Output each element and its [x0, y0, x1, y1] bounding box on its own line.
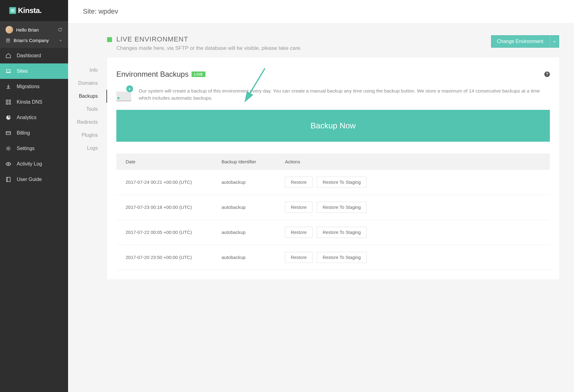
cell-id: autobackup: [222, 230, 285, 235]
laptop-icon: [6, 68, 11, 74]
table-row: 2017-07-22 00:05 +00:00 (UTC)autobackupR…: [116, 220, 550, 245]
live-badge: LIVE: [192, 71, 205, 77]
restore-to-staging-button[interactable]: Restore To Staging: [317, 227, 367, 238]
company-name: Brian's Company: [14, 38, 49, 43]
company-selector[interactable]: Brian's Company: [6, 38, 63, 43]
site-subnav: InfoDomainsBackupsToolsRedirectsPluginsL…: [68, 58, 107, 279]
panel-title: Environment Backups: [116, 70, 188, 79]
subnav-item-logs[interactable]: Logs: [68, 142, 107, 155]
help-icon[interactable]: ?: [544, 71, 550, 77]
cell-id: autobackup: [222, 179, 285, 185]
cell-date: 2017-07-20 23:50 +00:00 (UTC): [126, 255, 222, 260]
nav-label: Kinsta DNS: [17, 99, 42, 105]
environment-banner: LIVE ENVIRONMENT Changes made here, via …: [107, 35, 559, 51]
user-greeting: Hello Brian: [16, 27, 54, 32]
env-title: LIVE ENVIRONMENT: [116, 35, 302, 43]
env-subtitle: Changes made here, via SFTP or the datab…: [116, 45, 302, 51]
grid-icon: [6, 99, 11, 105]
backups-panel: Environment Backups LIVE ? Our system wi…: [107, 58, 559, 279]
table-row: 2017-07-23 00:18 +00:00 (UTC)autobackupR…: [116, 195, 550, 220]
svg-rect-9: [6, 100, 8, 101]
nav-item-migrations[interactable]: Migrations: [0, 79, 68, 94]
card-icon: [6, 130, 11, 136]
subnav-item-redirects[interactable]: Redirects: [68, 116, 107, 129]
col-header-id: Backup Identifier: [222, 159, 285, 164]
logo-icon: [9, 7, 16, 14]
building-icon: [6, 38, 11, 43]
nav-item-dashboard[interactable]: Dashboard: [0, 48, 68, 63]
subnav-item-tools[interactable]: Tools: [68, 103, 107, 116]
nav-label: Billing: [17, 130, 30, 136]
svg-rect-11: [6, 103, 8, 104]
subnav-item-backups[interactable]: Backups: [68, 90, 107, 103]
pie-icon: [6, 115, 11, 120]
svg-rect-0: [11, 9, 15, 10]
subnav-item-info[interactable]: Info: [68, 64, 107, 77]
nav-item-settings[interactable]: Settings: [0, 141, 68, 156]
cell-id: autobackup: [222, 205, 285, 210]
svg-rect-4: [7, 39, 8, 40]
cell-date: 2017-07-24 00:21 +00:00 (UTC): [126, 179, 222, 185]
subnav-item-domains[interactable]: Domains: [68, 77, 107, 90]
env-status-indicator: [107, 37, 112, 42]
eye-icon: [6, 161, 11, 167]
svg-rect-7: [8, 41, 9, 41]
logo[interactable]: Kinsta.: [0, 0, 68, 21]
nav-label: Analytics: [17, 115, 37, 120]
nav-item-activity-log[interactable]: Activity Log: [0, 156, 68, 172]
svg-rect-6: [7, 41, 8, 41]
col-header-date: Date: [126, 159, 222, 164]
nav-item-analytics[interactable]: Analytics: [0, 110, 68, 125]
svg-rect-13: [6, 131, 11, 135]
table-row: 2017-07-24 00:21 +00:00 (UTC)autobackupR…: [116, 170, 550, 195]
panel-description: Our system will create a backup of this …: [139, 87, 550, 102]
backup-now-button[interactable]: Backup Now: [116, 110, 550, 142]
download-icon: [6, 84, 11, 89]
backup-illustration: [116, 87, 131, 101]
restore-button[interactable]: Restore: [285, 252, 313, 263]
sidebar: Kinsta. Hello Brian Brian's Company Dash…: [0, 0, 68, 392]
logo-text: Kinsta.: [18, 6, 42, 15]
nav-label: Dashboard: [17, 53, 41, 58]
nav-label: Settings: [17, 146, 35, 151]
main-nav: DashboardSitesMigrationsKinsta DNSAnalyt…: [0, 48, 68, 187]
cell-date: 2017-07-23 00:18 +00:00 (UTC): [126, 205, 222, 210]
user-row[interactable]: Hello Brian: [6, 26, 63, 33]
nav-item-sites[interactable]: Sites: [0, 63, 68, 79]
change-environment-button[interactable]: Change Environment: [491, 35, 559, 48]
refresh-icon[interactable]: [58, 27, 63, 32]
backups-table: Date Backup Identifier Actions 2017-07-2…: [116, 153, 550, 270]
table-header: Date Backup Identifier Actions: [116, 153, 550, 170]
svg-rect-2: [11, 11, 15, 12]
nav-item-user-guide[interactable]: User Guide: [0, 172, 68, 187]
home-icon: [6, 53, 11, 58]
site-label: Site: wpdev: [83, 7, 118, 15]
restore-button[interactable]: Restore: [285, 177, 313, 188]
table-row: 2017-07-20 23:50 +00:00 (UTC)autobackupR…: [116, 245, 550, 270]
user-section: Hello Brian Brian's Company: [0, 21, 68, 48]
nav-label: Activity Log: [17, 161, 42, 167]
restore-button[interactable]: Restore: [285, 202, 313, 213]
col-header-actions: Actions: [285, 159, 541, 164]
nav-item-billing[interactable]: Billing: [0, 125, 68, 141]
download-icon: [126, 85, 133, 92]
restore-to-staging-button[interactable]: Restore To Staging: [317, 202, 367, 213]
svg-rect-5: [8, 39, 9, 40]
restore-button[interactable]: Restore: [285, 227, 313, 238]
subnav-item-plugins[interactable]: Plugins: [68, 129, 107, 142]
cell-date: 2017-07-22 00:05 +00:00 (UTC): [126, 230, 222, 235]
cell-id: autobackup: [222, 255, 285, 260]
nav-label: Sites: [17, 68, 28, 74]
restore-to-staging-button[interactable]: Restore To Staging: [317, 252, 367, 263]
svg-rect-1: [11, 10, 15, 11]
restore-to-staging-button[interactable]: Restore To Staging: [317, 177, 367, 188]
chevron-down-icon: [553, 39, 556, 44]
svg-rect-12: [9, 103, 11, 104]
nav-label: User Guide: [17, 177, 42, 182]
chevron-down-icon: [59, 38, 63, 43]
svg-rect-10: [9, 100, 11, 101]
topbar: Site: wpdev: [68, 0, 574, 23]
nav-item-kinsta-dns[interactable]: Kinsta DNS: [0, 94, 68, 110]
book-icon: [6, 177, 11, 182]
nav-label: Migrations: [17, 84, 40, 89]
